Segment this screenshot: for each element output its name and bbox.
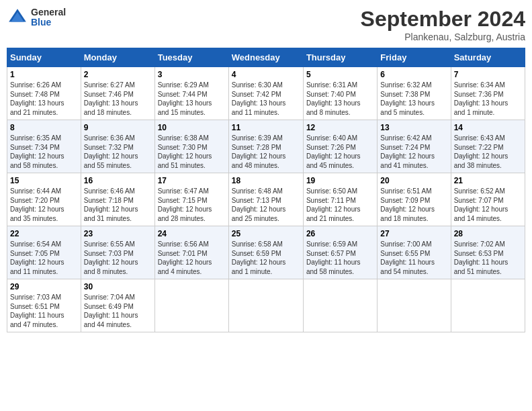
day-number: 6	[380, 70, 447, 79]
day-number: 23	[84, 229, 152, 238]
col-wednesday: Wednesday	[228, 48, 303, 67]
day-number: 15	[10, 176, 78, 185]
day-number: 27	[380, 229, 447, 238]
day-info: Sunrise: 6:38 AM Sunset: 7:30 PM Dayligh…	[158, 134, 226, 170]
day-number: 19	[306, 176, 374, 185]
day-info: Sunrise: 6:51 AM Sunset: 7:09 PM Dayligh…	[380, 187, 447, 223]
day-number: 18	[232, 176, 300, 185]
day-cell: 26Sunrise: 6:59 AM Sunset: 6:57 PM Dayli…	[303, 226, 377, 279]
day-cell	[228, 279, 303, 332]
day-cell: 21Sunrise: 6:52 AM Sunset: 7:07 PM Dayli…	[451, 173, 525, 226]
day-cell: 11Sunrise: 6:39 AM Sunset: 7:28 PM Dayli…	[228, 120, 303, 173]
day-cell: 20Sunrise: 6:51 AM Sunset: 7:09 PM Dayli…	[378, 173, 451, 226]
day-cell: 10Sunrise: 6:38 AM Sunset: 7:30 PM Dayli…	[154, 120, 228, 173]
day-number: 13	[380, 123, 447, 132]
day-cell: 6Sunrise: 6:32 AM Sunset: 7:38 PM Daylig…	[378, 67, 451, 120]
day-cell: 5Sunrise: 6:31 AM Sunset: 7:40 PM Daylig…	[303, 67, 377, 120]
day-info: Sunrise: 6:42 AM Sunset: 7:24 PM Dayligh…	[380, 134, 447, 170]
day-info: Sunrise: 6:48 AM Sunset: 7:13 PM Dayligh…	[232, 187, 300, 223]
day-info: Sunrise: 6:59 AM Sunset: 6:57 PM Dayligh…	[306, 240, 374, 276]
day-info: Sunrise: 6:30 AM Sunset: 7:42 PM Dayligh…	[232, 81, 300, 117]
day-cell: 19Sunrise: 6:50 AM Sunset: 7:11 PM Dayli…	[303, 173, 377, 226]
day-cell: 28Sunrise: 7:02 AM Sunset: 6:53 PM Dayli…	[451, 226, 525, 279]
day-cell: 12Sunrise: 6:40 AM Sunset: 7:26 PM Dayli…	[303, 120, 377, 173]
day-cell: 8Sunrise: 6:35 AM Sunset: 7:34 PM Daylig…	[7, 120, 81, 173]
day-number: 7	[454, 70, 522, 79]
day-cell: 25Sunrise: 6:58 AM Sunset: 6:59 PM Dayli…	[228, 226, 303, 279]
day-cell: 24Sunrise: 6:56 AM Sunset: 7:01 PM Dayli…	[154, 226, 228, 279]
day-info: Sunrise: 6:32 AM Sunset: 7:38 PM Dayligh…	[380, 81, 447, 117]
day-info: Sunrise: 6:34 AM Sunset: 7:36 PM Dayligh…	[454, 81, 522, 117]
day-number: 12	[306, 123, 374, 132]
col-monday: Monday	[81, 48, 154, 67]
day-info: Sunrise: 6:46 AM Sunset: 7:18 PM Dayligh…	[84, 187, 152, 223]
day-cell: 2Sunrise: 6:27 AM Sunset: 7:46 PM Daylig…	[81, 67, 154, 120]
col-thursday: Thursday	[303, 48, 377, 67]
col-tuesday: Tuesday	[154, 48, 228, 67]
logo-text: General Blue	[31, 7, 66, 28]
day-info: Sunrise: 6:55 AM Sunset: 7:03 PM Dayligh…	[84, 240, 152, 276]
day-number: 11	[232, 123, 300, 132]
day-number: 2	[84, 70, 152, 79]
day-number: 26	[306, 229, 374, 238]
title-block: September 2024 Plankenau, Salzburg, Aust…	[361, 7, 525, 42]
day-info: Sunrise: 6:29 AM Sunset: 7:44 PM Dayligh…	[158, 81, 226, 117]
day-number: 21	[454, 176, 522, 185]
day-info: Sunrise: 6:40 AM Sunset: 7:26 PM Dayligh…	[306, 134, 374, 170]
day-number: 14	[454, 123, 522, 132]
day-cell: 3Sunrise: 6:29 AM Sunset: 7:44 PM Daylig…	[154, 67, 228, 120]
week-row-4: 29Sunrise: 7:03 AM Sunset: 6:51 PM Dayli…	[7, 279, 525, 332]
logo-blue: Blue	[31, 17, 66, 28]
day-cell: 29Sunrise: 7:03 AM Sunset: 6:51 PM Dayli…	[7, 279, 81, 332]
page-title: September 2024	[361, 7, 525, 32]
day-number: 16	[84, 176, 152, 185]
day-info: Sunrise: 6:36 AM Sunset: 7:32 PM Dayligh…	[84, 134, 152, 170]
day-number: 8	[10, 123, 78, 132]
calendar-table: Sunday Monday Tuesday Wednesday Thursday…	[7, 48, 525, 332]
day-cell: 14Sunrise: 6:43 AM Sunset: 7:22 PM Dayli…	[451, 120, 525, 173]
day-cell	[303, 279, 377, 332]
day-info: Sunrise: 7:00 AM Sunset: 6:55 PM Dayligh…	[380, 240, 447, 276]
day-info: Sunrise: 7:03 AM Sunset: 6:51 PM Dayligh…	[10, 293, 78, 329]
day-number: 9	[84, 123, 152, 132]
day-info: Sunrise: 7:02 AM Sunset: 6:53 PM Dayligh…	[454, 240, 522, 276]
day-cell: 17Sunrise: 6:47 AM Sunset: 7:15 PM Dayli…	[154, 173, 228, 226]
day-info: Sunrise: 7:04 AM Sunset: 6:49 PM Dayligh…	[84, 293, 152, 329]
day-number: 28	[454, 229, 522, 238]
day-number: 30	[84, 282, 152, 291]
page-subtitle: Plankenau, Salzburg, Austria	[361, 32, 525, 42]
day-info: Sunrise: 6:52 AM Sunset: 7:07 PM Dayligh…	[454, 187, 522, 223]
day-cell: 7Sunrise: 6:34 AM Sunset: 7:36 PM Daylig…	[451, 67, 525, 120]
page-header: General Blue September 2024 Plankenau, S…	[7, 7, 525, 42]
week-row-1: 8Sunrise: 6:35 AM Sunset: 7:34 PM Daylig…	[7, 120, 525, 173]
day-cell: 4Sunrise: 6:30 AM Sunset: 7:42 PM Daylig…	[228, 67, 303, 120]
day-number: 1	[10, 70, 78, 79]
day-number: 24	[158, 229, 226, 238]
day-number: 20	[380, 176, 447, 185]
day-info: Sunrise: 6:31 AM Sunset: 7:40 PM Dayligh…	[306, 81, 374, 117]
logo-general: General	[31, 7, 66, 17]
day-info: Sunrise: 6:50 AM Sunset: 7:11 PM Dayligh…	[306, 187, 374, 223]
day-number: 10	[158, 123, 226, 132]
day-info: Sunrise: 6:58 AM Sunset: 6:59 PM Dayligh…	[232, 240, 300, 276]
day-info: Sunrise: 6:56 AM Sunset: 7:01 PM Dayligh…	[158, 240, 226, 276]
day-cell: 27Sunrise: 7:00 AM Sunset: 6:55 PM Dayli…	[378, 226, 451, 279]
day-info: Sunrise: 6:27 AM Sunset: 7:46 PM Dayligh…	[84, 81, 152, 117]
day-cell: 16Sunrise: 6:46 AM Sunset: 7:18 PM Dayli…	[81, 173, 154, 226]
day-number: 4	[232, 70, 300, 79]
day-cell: 22Sunrise: 6:54 AM Sunset: 7:05 PM Dayli…	[7, 226, 81, 279]
day-cell: 30Sunrise: 7:04 AM Sunset: 6:49 PM Dayli…	[81, 279, 154, 332]
day-cell: 15Sunrise: 6:44 AM Sunset: 7:20 PM Dayli…	[7, 173, 81, 226]
day-number: 5	[306, 70, 374, 79]
day-cell: 13Sunrise: 6:42 AM Sunset: 7:24 PM Dayli…	[378, 120, 451, 173]
day-cell: 23Sunrise: 6:55 AM Sunset: 7:03 PM Dayli…	[81, 226, 154, 279]
day-info: Sunrise: 6:44 AM Sunset: 7:20 PM Dayligh…	[10, 187, 78, 223]
day-cell	[451, 279, 525, 332]
header-row: Sunday Monday Tuesday Wednesday Thursday…	[7, 48, 525, 67]
day-number: 17	[158, 176, 226, 185]
day-cell	[378, 279, 451, 332]
week-row-2: 15Sunrise: 6:44 AM Sunset: 7:20 PM Dayli…	[7, 173, 525, 226]
week-row-0: 1Sunrise: 6:26 AM Sunset: 7:48 PM Daylig…	[7, 67, 525, 120]
col-saturday: Saturday	[451, 48, 525, 67]
day-info: Sunrise: 6:47 AM Sunset: 7:15 PM Dayligh…	[158, 187, 226, 223]
